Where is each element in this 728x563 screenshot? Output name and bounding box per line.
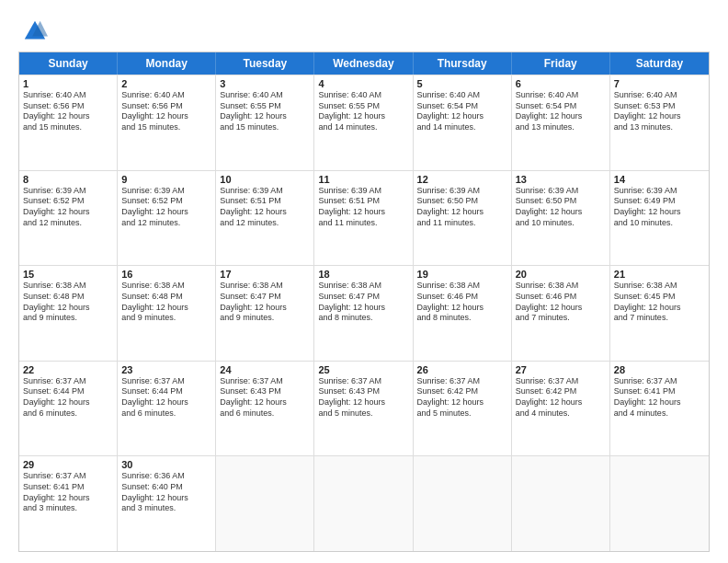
cell-line: Daylight: 12 hours — [318, 303, 408, 314]
day-number: 15 — [23, 269, 113, 280]
cell-line: Daylight: 12 hours — [121, 111, 211, 122]
cell-line: Sunset: 6:49 PM — [614, 196, 705, 207]
cell-line: Sunrise: 6:39 AM — [23, 186, 113, 197]
day-number: 25 — [318, 364, 408, 375]
calendar-header-row: SundayMondayTuesdayWednesdayThursdayFrid… — [19, 52, 709, 75]
cal-week-1: 1Sunrise: 6:40 AMSunset: 6:56 PMDaylight… — [19, 75, 709, 170]
cell-line: Sunset: 6:51 PM — [318, 196, 408, 207]
cell-line: Daylight: 12 hours — [417, 111, 507, 122]
day-number: 10 — [220, 174, 310, 185]
cell-line: and 15 minutes. — [23, 122, 113, 133]
cell-line: and 8 minutes. — [417, 313, 507, 324]
cal-cell: 17Sunrise: 6:38 AMSunset: 6:47 PMDayligh… — [216, 266, 314, 361]
cell-line: Daylight: 12 hours — [220, 207, 310, 218]
cal-cell: 22Sunrise: 6:37 AMSunset: 6:44 PMDayligh… — [19, 362, 118, 456]
cell-line: Sunrise: 6:38 AM — [318, 281, 408, 292]
cal-cell: 3Sunrise: 6:40 AMSunset: 6:55 PMDaylight… — [216, 75, 314, 170]
cell-line: Sunrise: 6:37 AM — [417, 376, 507, 387]
day-number: 8 — [23, 174, 113, 185]
cal-cell: 24Sunrise: 6:37 AMSunset: 6:43 PMDayligh… — [216, 362, 314, 456]
cell-line: and 12 minutes. — [23, 218, 113, 229]
cell-line: Sunset: 6:41 PM — [614, 386, 705, 397]
calendar-body: 1Sunrise: 6:40 AMSunset: 6:56 PMDaylight… — [19, 75, 709, 551]
cell-line: Daylight: 12 hours — [614, 111, 705, 122]
day-number: 9 — [121, 174, 211, 185]
cell-line: Sunrise: 6:38 AM — [23, 281, 113, 292]
cell-line: Daylight: 12 hours — [23, 111, 113, 122]
cal-header-monday: Monday — [118, 52, 216, 75]
cell-line: Sunrise: 6:40 AM — [516, 90, 606, 101]
cal-cell: 9Sunrise: 6:39 AMSunset: 6:52 PMDaylight… — [118, 171, 216, 266]
cell-line: Sunrise: 6:36 AM — [121, 471, 211, 482]
cal-header-thursday: Thursday — [414, 52, 512, 75]
page: SundayMondayTuesdayWednesdayThursdayFrid… — [0, 0, 728, 563]
cell-line: Sunset: 6:48 PM — [23, 292, 113, 303]
cell-line: Sunset: 6:40 PM — [121, 482, 211, 493]
cell-line: and 9 minutes. — [220, 313, 310, 324]
day-number: 27 — [516, 364, 606, 375]
cell-line: Daylight: 12 hours — [23, 397, 113, 408]
cell-line: Sunset: 6:42 PM — [516, 386, 606, 397]
cell-line: Sunset: 6:47 PM — [318, 292, 408, 303]
cell-line: and 14 minutes. — [318, 122, 408, 133]
cell-line: Sunrise: 6:40 AM — [614, 90, 705, 101]
cell-line: and 14 minutes. — [417, 122, 507, 133]
cell-line: Sunrise: 6:40 AM — [417, 90, 507, 101]
cal-cell: 19Sunrise: 6:38 AMSunset: 6:46 PMDayligh… — [414, 266, 512, 361]
cell-line: Daylight: 12 hours — [220, 303, 310, 314]
cal-cell: 21Sunrise: 6:38 AMSunset: 6:45 PMDayligh… — [610, 266, 709, 361]
cell-line: Daylight: 12 hours — [417, 207, 507, 218]
cell-line: Sunrise: 6:37 AM — [220, 376, 310, 387]
cell-line: Sunrise: 6:37 AM — [121, 376, 211, 387]
day-number: 4 — [318, 78, 408, 89]
cal-cell: 23Sunrise: 6:37 AMSunset: 6:44 PMDayligh… — [118, 362, 216, 456]
cell-line: Daylight: 12 hours — [318, 397, 408, 408]
cal-cell: 25Sunrise: 6:37 AMSunset: 6:43 PMDayligh… — [314, 362, 413, 456]
cell-line: Daylight: 12 hours — [516, 111, 606, 122]
day-number: 1 — [23, 78, 113, 89]
cell-line: Daylight: 12 hours — [417, 397, 507, 408]
cell-line: Sunrise: 6:39 AM — [220, 186, 310, 197]
cell-line: Daylight: 12 hours — [614, 397, 705, 408]
cell-line: Daylight: 12 hours — [121, 303, 211, 314]
day-number: 5 — [417, 78, 507, 89]
cell-line: and 4 minutes. — [614, 408, 705, 419]
logo — [18, 18, 48, 44]
cell-line: and 9 minutes. — [121, 313, 211, 324]
cal-week-5: 29Sunrise: 6:37 AMSunset: 6:41 PMDayligh… — [19, 455, 709, 551]
cal-cell: 8Sunrise: 6:39 AMSunset: 6:52 PMDaylight… — [19, 171, 118, 266]
day-number: 21 — [614, 269, 705, 280]
cell-line: Daylight: 12 hours — [23, 493, 113, 504]
cal-cell: 14Sunrise: 6:39 AMSunset: 6:49 PMDayligh… — [610, 171, 709, 266]
cell-line: Daylight: 12 hours — [516, 397, 606, 408]
day-number: 7 — [614, 78, 705, 89]
day-number: 2 — [121, 78, 211, 89]
cell-line: Daylight: 12 hours — [121, 207, 211, 218]
cal-cell: 28Sunrise: 6:37 AMSunset: 6:41 PMDayligh… — [610, 362, 709, 456]
cell-line: Sunrise: 6:40 AM — [121, 90, 211, 101]
day-number: 17 — [220, 269, 310, 280]
cell-line: Sunrise: 6:37 AM — [318, 376, 408, 387]
day-number: 6 — [516, 78, 606, 89]
cell-line: Sunset: 6:54 PM — [417, 101, 507, 112]
cell-line: Sunset: 6:53 PM — [614, 101, 705, 112]
cell-line: Sunrise: 6:37 AM — [23, 471, 113, 482]
cell-line: Sunset: 6:46 PM — [417, 292, 507, 303]
day-number: 26 — [417, 364, 507, 375]
cell-line: Sunrise: 6:37 AM — [23, 376, 113, 387]
cell-line: and 3 minutes. — [121, 503, 211, 514]
cal-cell: 2Sunrise: 6:40 AMSunset: 6:56 PMDaylight… — [118, 75, 216, 170]
cal-cell: 6Sunrise: 6:40 AMSunset: 6:54 PMDaylight… — [512, 75, 610, 170]
cal-cell — [512, 456, 610, 551]
cal-cell — [610, 456, 709, 551]
day-number: 30 — [121, 459, 211, 470]
cell-line: Sunrise: 6:38 AM — [121, 281, 211, 292]
cal-cell: 7Sunrise: 6:40 AMSunset: 6:53 PMDaylight… — [610, 75, 709, 170]
cell-line: Sunset: 6:43 PM — [220, 386, 310, 397]
cal-header-tuesday: Tuesday — [216, 52, 314, 75]
cell-line: Daylight: 12 hours — [121, 493, 211, 504]
cal-cell: 11Sunrise: 6:39 AMSunset: 6:51 PMDayligh… — [314, 171, 413, 266]
cell-line: Sunset: 6:55 PM — [220, 101, 310, 112]
cal-cell: 1Sunrise: 6:40 AMSunset: 6:56 PMDaylight… — [19, 75, 118, 170]
day-number: 24 — [220, 364, 310, 375]
